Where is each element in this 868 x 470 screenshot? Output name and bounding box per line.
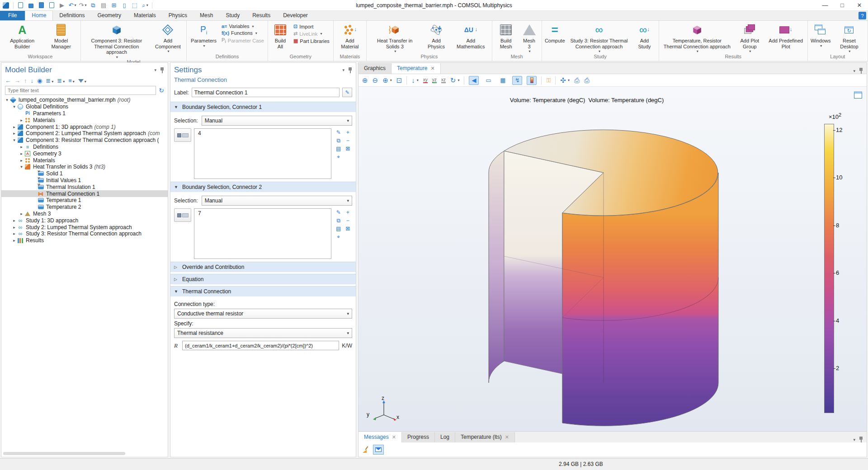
collapse-triangle-icon[interactable]: ▼	[174, 289, 179, 294]
tab-mesh[interactable]: Mesh	[193, 11, 219, 20]
horizontal-scrollbar[interactable]	[3, 452, 125, 455]
add-material-button[interactable]: ↓ Add Material	[335, 22, 364, 49]
tree-item-results[interactable]: ▸Results	[1, 237, 168, 244]
panel-menu-icon[interactable]: ▾	[342, 68, 344, 72]
functions-button[interactable]: f(x) Functions▾	[222, 30, 264, 36]
zoom-extents-icon[interactable]: ⊡	[396, 76, 402, 85]
tree-item-temperature-1[interactable]: Temperature 1	[1, 197, 168, 204]
pin-icon[interactable]	[859, 437, 863, 442]
zoom-to-selection-button[interactable]: ⌖	[334, 233, 343, 240]
run-icon[interactable]: ▶	[58, 2, 66, 9]
tab-definitions[interactable]: Definitions	[53, 11, 91, 20]
default-view-icon[interactable]: ◀	[469, 76, 479, 85]
model-tree-nodes-icon[interactable]: ≡▾	[68, 77, 75, 84]
pin-icon[interactable]	[160, 67, 164, 73]
tree-item-parameters-1[interactable]: PiParameters 1	[1, 110, 168, 117]
paste-icon[interactable]: ▤	[100, 2, 107, 9]
snapshot-camera-icon[interactable]: ⎙	[574, 76, 580, 85]
thermal-resistance-input[interactable]	[182, 341, 339, 350]
parameters-button[interactable]: Pi Parameters▾	[189, 22, 219, 48]
compute-button[interactable]: = Compute	[544, 22, 566, 44]
tree-item-component-2[interactable]: ▸Component 2: Lumped Thermal System appr…	[1, 130, 168, 137]
tree-item-materials-global[interactable]: ▸Materials	[1, 117, 168, 123]
open-file-icon[interactable]	[27, 2, 34, 9]
selection-list-2[interactable]: 7	[194, 208, 331, 259]
model-manager-button[interactable]: Model Manager	[43, 22, 78, 49]
close-tab-icon[interactable]: ✕	[430, 66, 434, 71]
zoom-box-icon[interactable]: ⊕▾	[382, 76, 392, 85]
show-icon[interactable]: ◉	[37, 77, 42, 84]
tree-item-thermal-insulation-1[interactable]: Thermal Insulation 1	[1, 183, 168, 190]
maximize-button[interactable]: □	[834, 0, 851, 10]
tree-item-root[interactable]: ▾lumped_composite_thermal_barrier.mph(ro…	[1, 97, 168, 103]
temperature-plot-button[interactable]: Temperature, Resistor Thermal Connection…	[661, 22, 733, 53]
zoom-in-icon[interactable]: ⊕	[362, 76, 368, 85]
variables-button[interactable]: a= Variables▾	[222, 24, 264, 29]
temperature-3d-plot[interactable]	[359, 87, 856, 430]
add-plot-group-button[interactable]: Add Plot Group▾	[734, 22, 765, 53]
tab-temperature[interactable]: Temperature✕	[392, 63, 441, 74]
create-selection-button[interactable]: ✎	[334, 208, 343, 216]
tab-physics[interactable]: Physics	[162, 11, 193, 20]
save-as-icon[interactable]	[48, 2, 55, 9]
add-to-selection-button[interactable]: +	[344, 128, 353, 136]
collapse-triangle-icon[interactable]: ▼	[174, 185, 179, 189]
grid-icon[interactable]: ▦	[498, 76, 508, 85]
clear-messages-icon[interactable]	[362, 446, 369, 453]
view-xy-icon[interactable]: xy	[423, 77, 428, 83]
add-mathematics-button[interactable]: ΔU ↓ Add Mathematics	[452, 22, 490, 49]
tree-item-global-definitions[interactable]: ▾Global Definitions	[1, 103, 168, 110]
add-to-selection-button[interactable]: +	[344, 208, 353, 216]
tree-item-thermal-connection-1[interactable]: ⋈Thermal Connection 1	[1, 190, 168, 197]
undo-icon[interactable]: ↶▾	[69, 2, 76, 9]
copy-selection-button[interactable]: ⧉	[334, 216, 343, 224]
move-up-icon[interactable]: ↑	[24, 77, 27, 84]
print-icon[interactable]: ⎙	[584, 76, 590, 85]
close-tab-icon[interactable]: ✕	[505, 434, 509, 440]
section-equation[interactable]: ▷ Equation	[170, 274, 356, 284]
panel-menu-icon[interactable]: ▾	[853, 437, 855, 442]
selection-dropdown-2[interactable]: Manual	[202, 196, 352, 206]
back-icon[interactable]: ←	[5, 77, 11, 84]
copy-icon[interactable]: ⧉	[90, 2, 97, 9]
expand-triangle-icon[interactable]: ▷	[174, 277, 179, 282]
create-selection-button[interactable]: ✎	[334, 128, 343, 136]
tree-item-study-1[interactable]: ▸∞Study 1: 3D approach	[1, 217, 168, 224]
label-input[interactable]	[192, 88, 340, 97]
help-button[interactable]: ?	[859, 12, 866, 19]
new-file-icon[interactable]	[17, 2, 24, 9]
close-button[interactable]: ✕	[851, 0, 868, 10]
zoom-search-icon[interactable]: ⌕▾	[142, 2, 149, 9]
component-3-button[interactable]: Component 3: Resistor Thermal Connection…	[83, 22, 151, 59]
view-yz-icon[interactable]: yz	[432, 77, 437, 83]
graphics-canvas[interactable]: Volume: Temperature (degC) Volume: Tempe…	[359, 87, 867, 431]
add-physics-button[interactable]: Add Physics	[422, 22, 450, 49]
select-icon[interactable]: ⬚	[131, 2, 138, 9]
tree-item-materials-comp3[interactable]: ▸Materials	[1, 157, 168, 164]
minimize-button[interactable]: —	[816, 0, 834, 10]
tab-log[interactable]: Log	[435, 432, 455, 442]
save-icon[interactable]	[38, 2, 45, 9]
view-orientation-icon[interactable]: ↓▾	[411, 76, 419, 84]
tab-materials[interactable]: Materials	[127, 11, 162, 20]
tree-item-geometry-3[interactable]: ▸AGeometry 3	[1, 150, 168, 157]
section-override-and-contribution[interactable]: ▷ Override and Contribution	[170, 262, 356, 272]
tree-item-study-3[interactable]: ▸∞Study 3: Resistor Thermal Connection a…	[1, 230, 168, 237]
close-tab-icon[interactable]: ✕	[392, 434, 396, 440]
part-libraries-button[interactable]: ▦ Part Libraries	[293, 38, 330, 44]
tree-item-mesh-3[interactable]: ▸Mesh 3	[1, 211, 168, 217]
tab-file[interactable]: File	[0, 11, 25, 20]
tree-item-component-3[interactable]: ▾Component 3: Resistor Thermal Connectio…	[1, 137, 168, 144]
remove-from-selection-button[interactable]: −	[344, 216, 353, 224]
copy-selection-button[interactable]: ⧉	[334, 136, 343, 144]
redo-icon[interactable]: ↷▾	[79, 2, 86, 9]
pin-icon[interactable]	[348, 67, 352, 73]
clear-selection-button[interactable]: ⊠	[344, 225, 353, 232]
heat-transfer-in-solids-button[interactable]: Heat Transfer in Solids 3▾	[368, 22, 421, 53]
expand-triangle-icon[interactable]: ▷	[174, 265, 179, 269]
tab-developer[interactable]: Developer	[277, 11, 314, 20]
selection-list-1[interactable]: 4	[194, 128, 331, 179]
tree-item-solid-1[interactable]: Solid 1	[1, 170, 168, 177]
selection-dropdown-1[interactable]: Manual	[202, 116, 352, 126]
zoom-to-selection-button[interactable]: ⌖	[334, 153, 343, 160]
